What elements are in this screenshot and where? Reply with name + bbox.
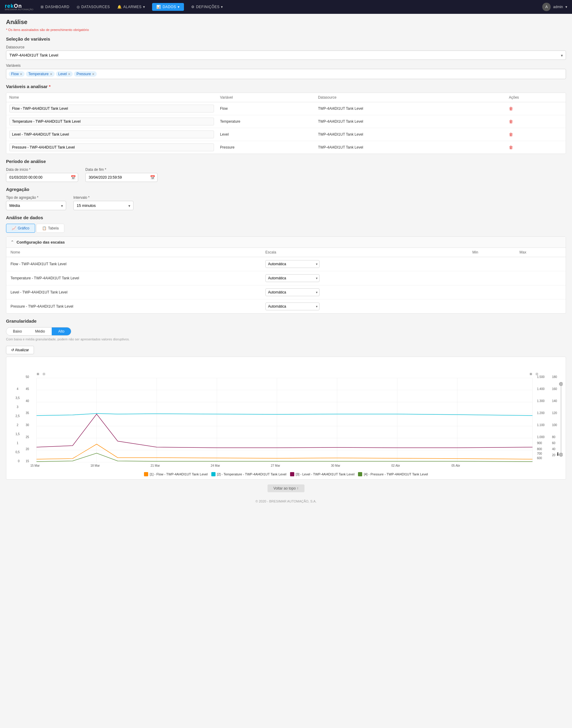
svg-text:35: 35 — [26, 411, 29, 415]
scale-row-min-3 — [468, 300, 515, 314]
analysis-var-variable-1: Temperature — [217, 115, 315, 128]
analysis-var-actions-0: 🗑 — [506, 102, 566, 115]
legend-temperature-color — [211, 472, 216, 476]
tag-flow-label: Flow — [11, 72, 19, 76]
end-date-input[interactable] — [85, 173, 157, 182]
scale-config-header[interactable]: ⌃ Configuração das escalas — [6, 237, 566, 248]
scale-config-title: Configuração das escalas — [16, 240, 65, 245]
analysis-var-datasource-2: TWP-4AI4DI1UT Tank Level — [315, 128, 506, 141]
tag-level-close[interactable]: ✕ — [68, 72, 70, 76]
table-row: Temperature TWP-4AI4DI1UT Tank Level 🗑 — [6, 115, 566, 128]
analysis-var-variable-3: Pressure — [217, 141, 315, 154]
svg-text:21 Mar: 21 Mar — [151, 464, 160, 467]
scale-table-row: Temperature - TWP-4AI4DI1UT Tank Level A… — [6, 271, 566, 285]
tag-temperature-close[interactable]: ✕ — [50, 72, 52, 76]
variables-group: Variáveis Flow ✕ Temperature ✕ Level ✕ P… — [6, 63, 566, 79]
svg-point-65 — [559, 382, 563, 386]
scale-select-3[interactable]: Automática Manual — [266, 303, 319, 310]
svg-text:1.300: 1.300 — [537, 399, 545, 403]
back-to-top-button[interactable]: Voltar ao topo ↑ — [268, 484, 304, 492]
end-date-calendar-icon[interactable]: 📅 — [150, 175, 155, 180]
analysis-var-name-input-2[interactable] — [9, 131, 214, 138]
svg-text:100: 100 — [552, 423, 557, 427]
aggregation-type-select[interactable]: Média Soma Mínimo Máximo — [6, 201, 66, 210]
start-date-calendar-icon[interactable]: 📅 — [71, 175, 76, 180]
delete-row-3[interactable]: 🗑 — [509, 145, 513, 150]
scale-col-max: Max — [515, 248, 566, 257]
scale-select-0[interactable]: Automática Manual — [266, 260, 319, 268]
chart-container: 0 0,5 1 1,5 2 2,5 3 3,5 4 15 20 25 30 35… — [6, 357, 566, 480]
scale-collapse-icon: ⌃ — [10, 240, 14, 245]
svg-text:160: 160 — [552, 387, 557, 391]
user-menu[interactable]: A admin ▾ — [542, 3, 567, 11]
scale-row-min-0 — [468, 257, 515, 271]
aggregation-interval-select[interactable]: 15 minutos 30 minutos 1 hora 1 dia — [73, 201, 134, 210]
tag-pressure-close[interactable]: ✕ — [92, 72, 94, 76]
col-header-variavel: Variável — [217, 93, 315, 102]
scale-row-escala-3: Automática Manual ▾ — [261, 300, 468, 314]
tag-flow[interactable]: Flow ✕ — [9, 71, 25, 77]
svg-text:20: 20 — [26, 448, 29, 451]
chart-svg: 0 0,5 1 1,5 2 2,5 3 3,5 4 15 20 25 30 35… — [9, 360, 563, 468]
delete-row-2[interactable]: 🗑 — [509, 132, 513, 137]
legend-flow-label: [1] - Flow - TWP-4AI4DI1UT Tank Level — [150, 472, 208, 476]
analysis-var-name-0 — [6, 102, 217, 115]
svg-text:2: 2 — [17, 423, 19, 427]
nav-definicoes[interactable]: ⚙ DEFINIÇÕES ▾ — [191, 5, 223, 9]
tab-tabela[interactable]: 📋 Tabela — [37, 224, 64, 233]
chart-download-button[interactable]: ⬇ — [556, 451, 560, 457]
scale-config-section: ⌃ Configuração das escalas Nome Escala M… — [6, 236, 566, 314]
main-content: Análise * Os itens assinalados são de pr… — [0, 14, 572, 513]
back-to-top-label: Voltar ao topo ↑ — [274, 486, 298, 490]
analysis-var-name-input-0[interactable] — [9, 105, 214, 113]
back-to-top-container: Voltar ao topo ↑ — [6, 484, 566, 492]
scale-select-2[interactable]: Automática Manual — [266, 288, 319, 296]
page-title: Análise — [6, 19, 566, 25]
analysis-var-name-input-3[interactable] — [9, 143, 214, 151]
required-note: * Os itens assinalados são de preenchime… — [6, 28, 566, 31]
analysis-var-variable-2: Level — [217, 128, 315, 141]
col-header-acoes: Ações — [506, 93, 566, 102]
svg-text:40: 40 — [552, 448, 556, 451]
tag-flow-close[interactable]: ✕ — [20, 72, 22, 76]
start-date-input[interactable] — [6, 173, 78, 182]
datasource-select[interactable]: TWP-4AI4DI1UT Tank Level — [6, 51, 566, 60]
nav-dashboard[interactable]: ⊞ DASHBOARD — [41, 5, 69, 9]
gran-alto[interactable]: Alto — [52, 327, 71, 335]
analysis-var-datasource-0: TWP-4AI4DI1UT Tank Level — [315, 102, 506, 115]
tag-temperature[interactable]: Temperature ✕ — [26, 71, 54, 77]
scale-table-row: Level - TWP-4AI4DI1UT Tank Level Automát… — [6, 285, 566, 300]
nav-dados[interactable]: 📊 DADOS ▾ — [152, 3, 184, 11]
scale-row-name-0: Flow - TWP-4AI4DI1UT Tank Level — [6, 257, 261, 271]
svg-text:4: 4 — [17, 387, 19, 391]
nav-datasources[interactable]: ◎ DATASOURCES — [77, 5, 110, 9]
gran-medio[interactable]: Médio — [28, 327, 52, 335]
svg-text:05 Abr: 05 Abr — [451, 464, 460, 467]
scale-col-min: Min — [468, 248, 515, 257]
datasource-group: Datasource TWP-4AI4DI1UT Tank Level — [6, 45, 566, 60]
scale-col-nome: Nome — [6, 248, 261, 257]
scale-select-1[interactable]: Automática Manual — [266, 274, 319, 282]
datasource-label: Datasource — [6, 45, 566, 49]
legend-level-label: [3] - Level - TWP-4AI4DI1UT Tank Level — [296, 472, 355, 476]
date-row: Data de início * 📅 Data de fim * 📅 — [6, 168, 566, 182]
scale-table-row: Pressure - TWP-4AI4DI1UT Tank Level Auto… — [6, 300, 566, 314]
tag-level[interactable]: Level ✕ — [56, 71, 73, 77]
svg-text:50: 50 — [26, 375, 29, 379]
delete-row-1[interactable]: 🗑 — [509, 119, 513, 124]
delete-row-0[interactable]: 🗑 — [509, 106, 513, 111]
legend-flow-color — [144, 472, 148, 476]
table-row: Flow TWP-4AI4DI1UT Tank Level 🗑 — [6, 102, 566, 115]
analysis-var-name-input-1[interactable] — [9, 118, 214, 125]
svg-text:30 Mar: 30 Mar — [331, 464, 341, 467]
nav-alarmes[interactable]: 🔔 ALARMES ▾ — [117, 5, 145, 9]
scale-col-escala: Escala — [261, 248, 468, 257]
table-row: Pressure TWP-4AI4DI1UT Tank Level 🗑 — [6, 141, 566, 154]
analysis-variables-table-container: Nome Variável Datasource Ações Flow TWP-… — [6, 92, 566, 154]
update-button[interactable]: ↺ Atualizar — [6, 346, 34, 354]
variables-tags-container[interactable]: Flow ✕ Temperature ✕ Level ✕ Pressure ✕ — [6, 69, 566, 79]
scale-row-escala-1: Automática Manual ▾ — [261, 271, 468, 285]
gran-baixo[interactable]: Baixo — [6, 327, 28, 335]
tab-grafico[interactable]: 📈 Gráfico — [6, 224, 35, 233]
tag-pressure[interactable]: Pressure ✕ — [74, 71, 97, 77]
